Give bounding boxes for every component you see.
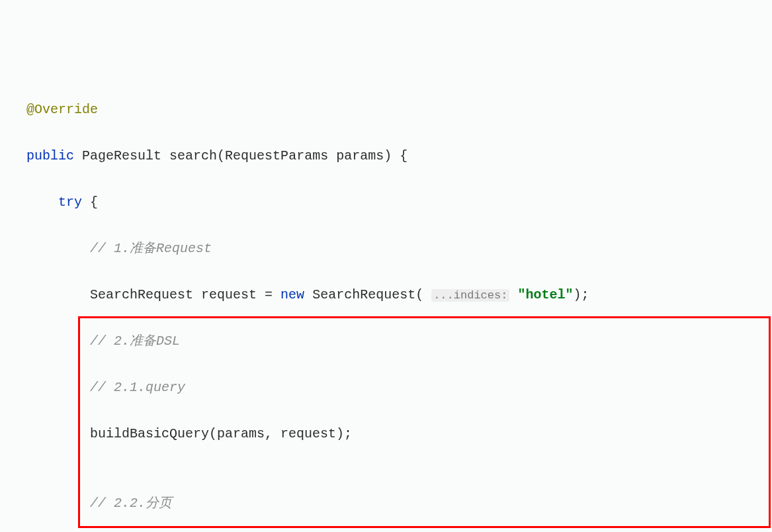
- line-req: SearchRequest request = new SearchReques…: [26, 283, 772, 306]
- open-paren: (: [217, 148, 225, 163]
- return-type: PageResult: [82, 148, 161, 163]
- req-var: request: [201, 287, 257, 302]
- highlight-box: [78, 316, 771, 528]
- param-type: RequestParams: [225, 148, 328, 163]
- kw-public: public: [26, 148, 74, 163]
- semi: );: [573, 287, 589, 302]
- line-method-decl: public PageResult search(RequestParams p…: [26, 144, 772, 167]
- open-brace: {: [392, 148, 407, 163]
- kw-new: new: [280, 287, 304, 302]
- kw-try: try: [58, 195, 82, 210]
- close-paren: ): [384, 148, 392, 163]
- param-name: params: [336, 148, 384, 163]
- eq: =: [257, 287, 280, 302]
- search-req-type: SearchRequest: [90, 287, 193, 302]
- override-annotation: @Override: [26, 102, 98, 117]
- line-try: try {: [26, 191, 772, 214]
- line-c1: // 1.准备Request: [26, 237, 772, 260]
- str-hotel: "hotel": [517, 287, 573, 302]
- line-annotation: @Override: [26, 98, 772, 121]
- inlay-hint-indices: ...indices:: [431, 289, 509, 302]
- method-name: search: [169, 148, 217, 163]
- try-brace: {: [82, 195, 98, 210]
- comment-1: // 1.准备Request: [90, 241, 212, 256]
- search-req-ctor: SearchRequest: [312, 287, 415, 302]
